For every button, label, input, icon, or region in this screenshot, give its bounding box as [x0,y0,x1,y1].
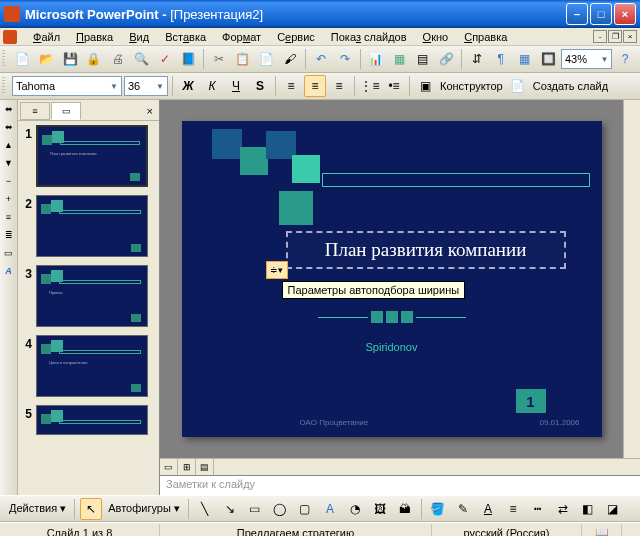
arrow-button[interactable]: ↘ [219,498,241,520]
menu-insert[interactable]: Вставка [157,29,214,45]
align-left-button[interactable]: ≡ [280,75,302,97]
thumbnail-list[interactable]: 1 План развития компании 2 3 Правка [18,121,159,495]
help-button[interactable]: ? [614,48,636,70]
promote-button[interactable]: ⬌ [2,104,16,118]
dash-style-button[interactable]: ┅ [527,498,549,520]
mdi-close[interactable]: × [623,30,637,43]
new-slide-icon[interactable]: 📄 [507,75,529,97]
thumbnail-row[interactable]: 2 [20,195,157,257]
wordart-button[interactable]: A [319,498,341,520]
autofit-options-button[interactable]: ≑▾ [266,261,288,279]
picture-button[interactable]: 🏔 [394,498,416,520]
collapse-all-button[interactable]: ≡ [2,212,16,226]
font-combo[interactable]: Tahoma▼ [12,76,122,96]
print-preview-button[interactable]: 🔍 [130,48,152,70]
shadow-style-button[interactable]: ◧ [577,498,599,520]
clipart-button[interactable]: 🖼 [369,498,391,520]
fill-color-button[interactable]: 🪣 [427,498,449,520]
new-button[interactable]: 📄 [12,48,34,70]
expand-all-icon[interactable]: ≣ [2,230,16,244]
title-placeholder[interactable]: План развития компании [286,231,566,269]
move-down-button[interactable]: ▼ [2,158,16,172]
thumbnail-4[interactable]: Цели и направления [36,335,148,397]
select-objects-button[interactable]: ↖ [80,498,102,520]
demote-button[interactable]: ⬌ [2,122,16,136]
3d-style-button[interactable]: ◪ [602,498,624,520]
show-grid-button[interactable]: ▦ [514,48,536,70]
copy-button[interactable]: 📋 [232,48,254,70]
thumbnail-3[interactable]: Правка [36,265,148,327]
sorter-view-button[interactable]: ⊞ [178,459,196,475]
thumbnail-row[interactable]: 5 [20,405,157,435]
redo-button[interactable]: ↷ [334,48,356,70]
designer-icon[interactable]: ▣ [414,75,436,97]
mdi-minimize[interactable]: - [593,30,607,43]
slideshow-view-button[interactable]: ▤ [196,459,214,475]
menu-format[interactable]: Формат [214,29,269,45]
insert-chart-button[interactable]: 📊 [365,48,387,70]
outline-tab[interactable]: ≡ [20,102,50,120]
slides-tab[interactable]: ▭ [51,102,81,120]
minimize-button[interactable]: – [566,3,588,25]
new-slide-button[interactable]: Создать слайд [531,80,610,92]
color-grayscale-button[interactable]: 🔲 [537,48,559,70]
menu-help[interactable]: Справка [456,29,515,45]
permission-button[interactable]: 🔒 [83,48,105,70]
line-button[interactable]: ╲ [194,498,216,520]
summary-slide-button[interactable]: ▭ [2,248,16,262]
menu-file[interactable]: Файл [25,29,68,45]
notes-pane[interactable]: Заметки к слайду [160,475,640,495]
collapse-button[interactable]: − [2,176,16,190]
close-button[interactable]: × [614,3,636,25]
textbox-button[interactable]: ▢ [294,498,316,520]
maximize-button[interactable]: □ [590,3,612,25]
diagram-button[interactable]: ◔ [344,498,366,520]
thumbnail-row[interactable]: 4 Цели и направления [20,335,157,397]
menu-window[interactable]: Окно [415,29,457,45]
tables-borders-button[interactable]: ▤ [412,48,434,70]
bold-button[interactable]: Ж [177,75,199,97]
line-style-button[interactable]: ≡ [502,498,524,520]
spelling-button[interactable]: ✓ [154,48,176,70]
format-painter-button[interactable]: 🖌 [279,48,301,70]
slide[interactable]: План развития компании ≑▾ Параметры авто… [182,121,602,437]
underline-button[interactable]: Ч [225,75,247,97]
cut-button[interactable]: ✂ [208,48,230,70]
thumbnail-row[interactable]: 1 План развития компании [20,125,157,187]
paste-button[interactable]: 📄 [256,48,278,70]
italic-button[interactable]: К [201,75,223,97]
shadow-button[interactable]: S [249,75,271,97]
thumbnail-row[interactable]: 3 Правка [20,265,157,327]
font-size-combo[interactable]: 36▼ [124,76,168,96]
status-spellcheck-icon[interactable]: 📖 [582,524,622,537]
undo-button[interactable]: ↶ [310,48,332,70]
expand-button[interactable]: + [2,194,16,208]
research-button[interactable]: 📘 [178,48,200,70]
print-button[interactable]: 🖨 [107,48,129,70]
zoom-combo[interactable]: 43%▼ [561,49,612,69]
normal-view-button[interactable]: ▭ [160,459,178,475]
menu-tools[interactable]: Сервис [269,29,323,45]
insert-hyperlink-button[interactable]: 🔗 [436,48,458,70]
align-right-button[interactable]: ≡ [328,75,350,97]
arrow-style-button[interactable]: ⇄ [552,498,574,520]
resize-grip[interactable] [622,524,640,537]
align-center-button[interactable]: ≡ [304,75,326,97]
actions-menu[interactable]: Действия ▾ [6,502,69,515]
menu-edit[interactable]: Правка [68,29,121,45]
bullets-button[interactable]: •≡ [383,75,405,97]
menu-view[interactable]: Вид [121,29,157,45]
expand-all-button[interactable]: ⇵ [466,48,488,70]
document-icon[interactable] [3,30,17,44]
menu-slideshow[interactable]: Показ слайдов [323,29,415,45]
mdi-restore[interactable]: ❐ [608,30,622,43]
slide-title-text[interactable]: План развития компании [325,239,527,261]
vertical-scrollbar[interactable] [623,100,640,458]
autoshapes-menu[interactable]: Автофигуры ▾ [105,502,183,515]
line-color-button[interactable]: ✎ [452,498,474,520]
numbering-button[interactable]: ⋮≡ [359,75,381,97]
rectangle-button[interactable]: ▭ [244,498,266,520]
horizontal-scrollbar[interactable] [214,458,640,475]
panel-close-button[interactable]: × [143,105,157,117]
font-color-button[interactable]: A [477,498,499,520]
